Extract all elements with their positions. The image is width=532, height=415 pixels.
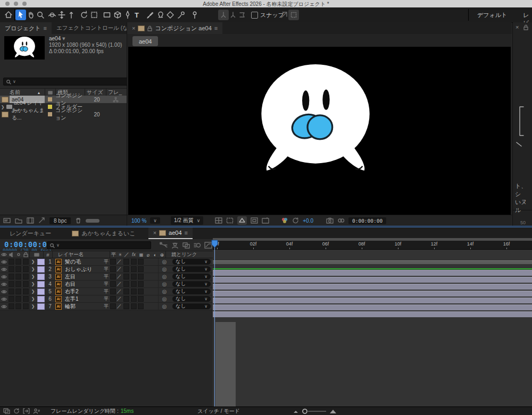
hand-tool-icon[interactable] <box>26 10 36 20</box>
layer-expand-icon[interactable]: ❯ <box>30 266 36 273</box>
layer-visibility-toggle[interactable] <box>0 303 8 310</box>
layer-expand-icon[interactable]: ❯ <box>30 303 36 310</box>
layer-lock-toggle[interactable] <box>22 295 30 302</box>
layer-duration-bar[interactable] <box>213 284 532 290</box>
layer-solo-toggle[interactable] <box>15 258 22 265</box>
layer-frame-blend-switch[interactable] <box>130 288 137 295</box>
layer-expand-icon[interactable]: ❯ <box>30 295 36 302</box>
playhead-line[interactable] <box>214 241 215 406</box>
layer-quality-switch[interactable]: ／ <box>116 273 122 280</box>
layer-audio-toggle[interactable] <box>8 266 15 273</box>
zoom-out-mountain-icon[interactable] <box>293 409 298 413</box>
layer-label-chip[interactable] <box>36 295 46 302</box>
in-out-icon[interactable] <box>23 408 30 414</box>
layer-audio-toggle[interactable] <box>8 295 15 302</box>
layer-solo-toggle[interactable] <box>15 266 22 273</box>
layer-solo-toggle[interactable] <box>15 273 22 280</box>
exposure-value[interactable]: +0.0 <box>303 218 313 224</box>
new-folder-icon[interactable] <box>15 217 22 224</box>
layer-quality-switch[interactable]: ／ <box>116 258 122 265</box>
layer-expand-icon[interactable]: ❯ <box>30 273 36 280</box>
layer-solo-toggle[interactable] <box>15 295 22 302</box>
project-search-input[interactable]: ∨ <box>3 78 128 86</box>
layer-collapse-switch[interactable] <box>110 295 116 302</box>
new-composition-icon[interactable] <box>27 217 34 224</box>
snapshot-camera-icon[interactable] <box>326 217 334 224</box>
layer-3d-switch[interactable] <box>144 258 159 265</box>
type-tool-icon[interactable]: T <box>131 10 142 20</box>
region-of-interest-icon[interactable] <box>226 217 234 224</box>
puppet-pin-tool-icon[interactable] <box>189 10 200 20</box>
layer-audio-toggle[interactable] <box>8 303 15 310</box>
layer-name[interactable]: 右手2 <box>63 288 103 295</box>
shear-icon[interactable] <box>279 10 289 20</box>
layer-shy-switch[interactable]: 平 <box>103 273 110 280</box>
viewer-timecode[interactable]: 0:00:00:00 <box>348 217 386 224</box>
zoom-slider-track[interactable] <box>308 411 326 412</box>
layer-frame-blend-switch[interactable] <box>130 281 137 287</box>
layer-label-chip[interactable] <box>36 303 46 310</box>
work-area-bar[interactable] <box>213 260 532 264</box>
layer-visibility-toggle[interactable] <box>0 295 8 302</box>
lock-icon[interactable] <box>147 26 152 31</box>
layer-quality-switch[interactable]: ／ <box>116 281 122 287</box>
layer-motion-blur-switch[interactable] <box>137 281 144 287</box>
project-row-comp2[interactable]: あかちゃんまる... コンポジション 20 <box>0 111 127 118</box>
layers-icon[interactable] <box>3 408 10 414</box>
layer-frame-blend-switch[interactable] <box>130 258 137 265</box>
parent-pickwhip-icon[interactable]: ◎ <box>159 288 170 295</box>
layer-collapse-switch[interactable] <box>110 273 116 280</box>
layer-motion-blur-switch[interactable] <box>137 303 144 310</box>
mask-visibility-icon[interactable] <box>251 217 258 224</box>
layer-fx-switch[interactable] <box>122 266 130 273</box>
layer-duration-bar[interactable] <box>213 291 532 297</box>
dropdown-icon[interactable]: ▾ <box>62 35 65 41</box>
zoom-dropdown[interactable]: ∨ <box>150 217 160 224</box>
layer-fx-switch[interactable] <box>122 258 130 265</box>
layer-name[interactable]: 右目 <box>63 281 103 287</box>
panel-menu-icon[interactable]: ≡ <box>214 25 218 31</box>
layer-visibility-toggle[interactable] <box>0 266 8 273</box>
quality-dropdown[interactable]: 1/2 画質∨ <box>171 216 203 225</box>
layer-shy-switch[interactable]: 平 <box>103 258 110 265</box>
layer-collapse-switch[interactable] <box>110 288 116 295</box>
layer-label-chip[interactable] <box>36 266 46 273</box>
parent-link-dropdown[interactable]: なし∨ <box>170 288 213 295</box>
layer-row[interactable]: ❯ 5 Ai 右手2 平 ／ ◎ なし∨ <box>0 288 213 295</box>
layer-solo-toggle[interactable] <box>15 303 22 310</box>
layer-audio-toggle[interactable] <box>8 258 15 265</box>
interpret-footage-icon[interactable] <box>3 217 11 224</box>
layer-motion-blur-switch[interactable] <box>137 273 144 280</box>
layer-fx-switch[interactable] <box>122 295 130 302</box>
layer-visibility-toggle[interactable] <box>0 281 8 287</box>
composition-viewer[interactable] <box>128 47 511 215</box>
layer-label-chip[interactable] <box>36 281 46 287</box>
parent-link-dropdown[interactable]: なし∨ <box>170 258 213 265</box>
layer-lock-toggle[interactable] <box>22 258 30 265</box>
viewer-tab-ae04[interactable]: ae04 <box>132 36 158 46</box>
rectangle-tool-icon[interactable] <box>102 10 112 20</box>
dolly-camera-tool-icon[interactable] <box>66 10 77 20</box>
layer-visibility-toggle[interactable] <box>0 288 8 295</box>
trash-icon[interactable] <box>75 217 81 224</box>
layer-frame-blend-switch[interactable] <box>130 303 137 310</box>
rotation-tool-icon[interactable] <box>79 10 89 20</box>
close-icon[interactable]: × <box>153 230 156 236</box>
switches-modes-button[interactable]: スイッチ / モード <box>197 408 240 415</box>
shy-layers-icon[interactable] <box>171 242 179 249</box>
layer-quality-switch[interactable]: ／ <box>116 303 122 310</box>
refresh-icon[interactable] <box>13 408 20 414</box>
layer-expand-icon[interactable]: ❯ <box>30 288 36 295</box>
zoom-slider-handle[interactable] <box>302 408 308 414</box>
zoom-level-value[interactable]: 100 % <box>131 218 146 224</box>
layer-name[interactable]: 左目 <box>63 273 103 280</box>
project-settings-icon[interactable] <box>38 217 45 224</box>
free-transform-icon[interactable] <box>288 10 299 20</box>
transparency-grid-icon[interactable] <box>237 216 247 225</box>
layer-frame-blend-switch[interactable] <box>130 266 137 273</box>
layer-collapse-switch[interactable] <box>110 266 116 273</box>
parent-pickwhip-icon[interactable]: ◎ <box>159 281 170 287</box>
layer-row[interactable]: ❯ 6 Ai 左手1 平 ／ ◎ なし∨ <box>0 295 213 303</box>
layer-label-chip[interactable] <box>36 288 46 295</box>
pan-behind-tool-icon[interactable] <box>89 10 99 20</box>
